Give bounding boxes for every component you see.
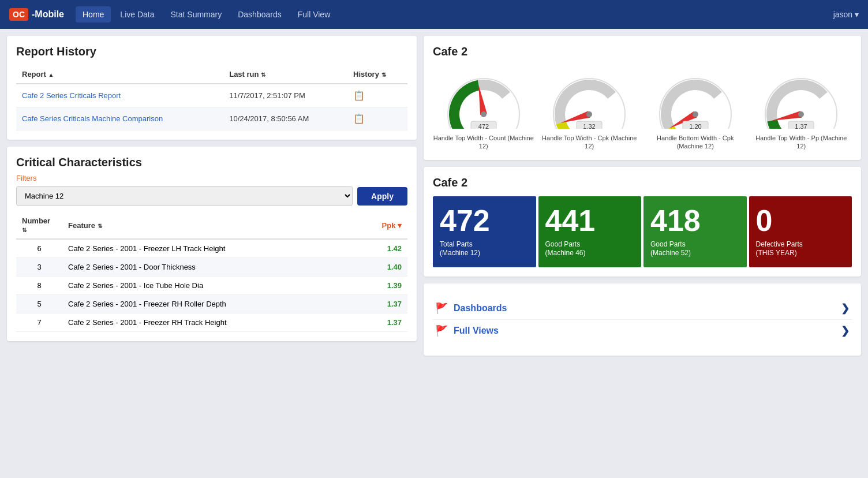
left-panel: Report History Report ▲ Last run ⇅ His <box>7 36 417 471</box>
report-table: Report ▲ Last run ⇅ History ⇅ Ca <box>16 65 407 130</box>
flag-icon: 🚩 <box>435 302 448 315</box>
link-label[interactable]: Dashboards <box>454 303 841 313</box>
char-row: 5 Cafe 2 Series - 2001 - Freezer RH Roll… <box>16 295 407 313</box>
gauge-card-title: Cafe 2 <box>433 45 852 58</box>
tile-label: Good Parts(Machine 52) <box>650 240 740 258</box>
svg-point-9 <box>586 111 592 117</box>
stat-tile: 0 Defective Parts(THIS YEAR) <box>749 196 852 267</box>
char-row: 6 Cafe 2 Series - 2001 - Freezer LH Trac… <box>16 239 407 258</box>
machine-filter[interactable]: Machine 12 Machine 46 Machine 52 <box>16 186 353 206</box>
char-ppk: 1.40 <box>361 258 407 277</box>
sort-icon-report[interactable]: ▲ <box>48 72 54 78</box>
report-link[interactable]: Cafe 2 Series Criticals Report <box>22 91 121 100</box>
char-feature: Cafe 2 Series - 2001 - Ice Tube Hole Dia <box>62 277 361 295</box>
right-panel: Cafe 2 472 Handle Top Width - Count (Mac… <box>424 36 861 471</box>
col-report: Report ▲ <box>16 65 223 84</box>
svg-text:472: 472 <box>478 123 489 129</box>
report-last-run: 10/24/2017, 8:50:56 AM <box>223 107 347 130</box>
sort-number[interactable]: ⇅ <box>22 227 27 233</box>
col-feature: Feature ⇅ <box>62 212 361 239</box>
char-number: 8 <box>16 277 62 295</box>
char-feature: Cafe 2 Series - 2001 - Freezer RH Track … <box>62 313 361 332</box>
nav-links: Home Live Data Stat Summary Dashboards F… <box>76 6 833 23</box>
col-number: Number ⇅ <box>16 212 62 239</box>
sort-feature[interactable]: ⇅ <box>98 223 102 229</box>
tiles-row: 472 Total Parts(Machine 12) 441 Good Par… <box>433 196 852 267</box>
sort-ppk[interactable]: ▾ <box>398 221 402 230</box>
report-name: Cafe 2 Series Criticals Report <box>16 84 223 107</box>
link-label[interactable]: Full Views <box>454 326 841 336</box>
brand: OC -Mobile <box>9 8 64 21</box>
tile-value: 0 <box>756 206 845 236</box>
char-ppk: 1.37 <box>361 313 407 332</box>
apply-button[interactable]: Apply <box>357 187 407 206</box>
char-ppk: 1.39 <box>361 277 407 295</box>
col-ppk: Ppk ▾ <box>361 212 407 239</box>
char-row: 7 Cafe 2 Series - 2001 - Freezer RH Trac… <box>16 313 407 332</box>
gauge-item: 1.32 Handle Top Width - Cpk (Machine 12) <box>539 65 641 151</box>
char-row: 3 Cafe 2 Series - 2001 - Door Thickness … <box>16 258 407 277</box>
nav-stat-summary[interactable]: Stat Summary <box>164 6 229 23</box>
nav-full-view[interactable]: Full View <box>291 6 338 23</box>
stat-tile: 418 Good Parts(Machine 52) <box>643 196 747 267</box>
sort-icon-history[interactable]: ⇅ <box>381 72 386 78</box>
char-number: 3 <box>16 258 62 277</box>
tile-label: Total Parts(Machine 12) <box>440 240 529 258</box>
gauge-label: Handle Bottom Width - Cpk (Machine 12) <box>645 134 746 151</box>
chevron-down-icon[interactable]: ❯ <box>841 302 850 315</box>
main-container: Report History Report ▲ Last run ⇅ His <box>0 29 868 478</box>
svg-point-3 <box>481 111 487 117</box>
char-ppk: 1.42 <box>361 239 407 258</box>
chevron-down-icon[interactable]: ❯ <box>841 324 850 337</box>
gauges-row: 472 Handle Top Width - Count (Machine 12… <box>433 65 852 151</box>
tiles-card: Cafe 2 472 Total Parts(Machine 12) 441 G… <box>424 167 861 277</box>
navbar: OC -Mobile Home Live Data Stat Summary D… <box>0 0 868 29</box>
user-menu[interactable]: jason ▾ <box>833 10 859 19</box>
report-link[interactable]: Cafe Series Criticals Machine Comparison <box>22 114 163 123</box>
brand-logo: OC <box>9 8 28 21</box>
report-history-icon: 📋 <box>347 84 407 107</box>
tile-label: Good Parts(Machine 46) <box>545 240 635 258</box>
char-number: 7 <box>16 313 62 332</box>
doc-icon[interactable]: 📋 <box>353 91 365 100</box>
svg-point-15 <box>693 111 698 117</box>
char-number: 6 <box>16 239 62 258</box>
char-feature: Cafe 2 Series - 2001 - Door Thickness <box>62 258 361 277</box>
report-name: Cafe Series Criticals Machine Comparison <box>16 107 223 130</box>
svg-text:1.37: 1.37 <box>795 123 807 129</box>
link-row: 🚩 Dashboards ❯ <box>433 297 852 320</box>
tile-value: 418 <box>650 206 740 236</box>
tile-value: 472 <box>440 206 529 236</box>
gauge-card: Cafe 2 472 Handle Top Width - Count (Mac… <box>424 36 861 160</box>
char-number: 5 <box>16 295 62 313</box>
svg-point-21 <box>798 111 804 117</box>
link-section: 🚩 Dashboards ❯ 🚩 Full Views ❯ <box>433 293 852 346</box>
critical-char-card: Critical Characteristics Filters Machine… <box>7 147 417 341</box>
nav-live-data[interactable]: Live Data <box>113 6 161 23</box>
char-row: 8 Cafe 2 Series - 2001 - Ice Tube Hole D… <box>16 277 407 295</box>
sort-icon-lastrun[interactable]: ⇅ <box>261 72 265 78</box>
gauge-svg: 1.37 <box>761 65 841 130</box>
link-row: 🚩 Full Views ❯ <box>433 320 852 342</box>
report-row: Cafe Series Criticals Machine Comparison… <box>16 107 407 130</box>
report-last-run: 11/7/2017, 2:51:07 PM <box>223 84 347 107</box>
char-table-wrapper: Number ⇅ Feature ⇅ Ppk ▾ <box>16 212 407 332</box>
char-feature: Cafe 2 Series - 2001 - Freezer RH Roller… <box>62 295 361 313</box>
filter-row: Machine 12 Machine 46 Machine 52 Apply <box>16 186 407 206</box>
doc-icon[interactable]: 📋 <box>353 114 365 124</box>
col-history: History ⇅ <box>347 65 407 84</box>
tile-label: Defective Parts(THIS YEAR) <box>756 240 845 258</box>
report-row: Cafe 2 Series Criticals Report 11/7/2017… <box>16 84 407 107</box>
tiles-card-title: Cafe 2 <box>433 176 852 189</box>
nav-home[interactable]: Home <box>76 6 111 23</box>
gauge-label: Handle Top Width - Count (Machine 12) <box>433 134 534 151</box>
char-table: Number ⇅ Feature ⇅ Ppk ▾ <box>16 212 407 332</box>
nav-dashboards[interactable]: Dashboards <box>231 6 289 23</box>
filters-label: Filters <box>16 174 407 182</box>
stat-tile: 441 Good Parts(Machine 46) <box>538 196 642 267</box>
char-feature: Cafe 2 Series - 2001 - Freezer LH Track … <box>62 239 361 258</box>
char-ppk: 1.37 <box>361 295 407 313</box>
gauge-label: Handle Top Width - Cpk (Machine 12) <box>539 134 641 151</box>
gauge-svg: 1.32 <box>549 65 630 130</box>
stat-tile: 472 Total Parts(Machine 12) <box>433 196 536 267</box>
